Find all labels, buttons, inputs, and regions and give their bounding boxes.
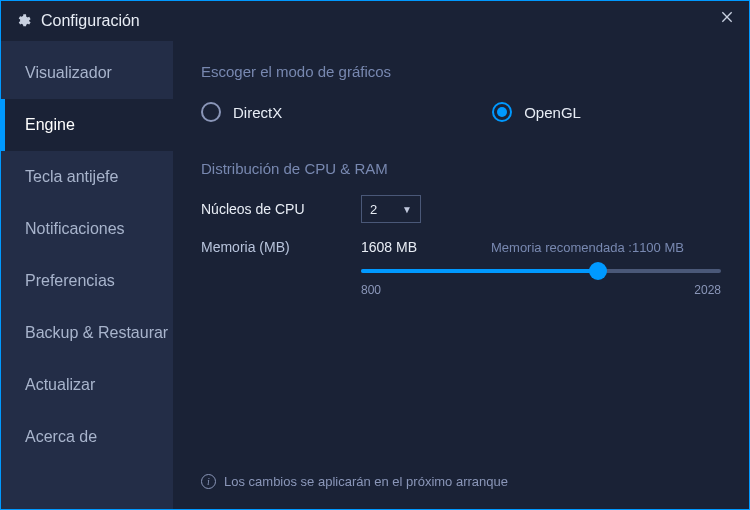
slider-max-label: 2028: [694, 283, 721, 297]
sidebar-item-label: Acerca de: [25, 428, 97, 446]
cpu-ram-heading: Distribución de CPU & RAM: [201, 160, 721, 177]
memory-label: Memoria (MB): [201, 239, 361, 255]
sidebar-item-tecla-antijefe[interactable]: Tecla antijefe: [1, 151, 173, 203]
gear-icon: [15, 13, 31, 29]
restart-note-text: Los cambios se aplicarán en el próximo a…: [224, 474, 508, 489]
radio-opengl[interactable]: OpenGL: [492, 102, 581, 122]
sidebar-item-label: Visualizador: [25, 64, 112, 82]
titlebar: Configuración: [1, 1, 749, 41]
sidebar-item-notificaciones[interactable]: Notificaciones: [1, 203, 173, 255]
sidebar-item-label: Notificaciones: [25, 220, 125, 238]
info-icon: i: [201, 474, 216, 489]
radio-circle-icon: [492, 102, 512, 122]
select-value: 2: [370, 202, 377, 217]
memory-value: 1608 MB: [361, 239, 491, 255]
caret-down-icon: ▼: [402, 204, 412, 215]
slider-min-label: 800: [361, 283, 381, 297]
main-panel: Escoger el modo de gráficos DirectX Open…: [173, 41, 749, 509]
slider-thumb[interactable]: [589, 262, 607, 280]
graphics-mode-options: DirectX OpenGL: [201, 102, 721, 122]
radio-directx[interactable]: DirectX: [201, 102, 282, 122]
sidebar-item-acerca-de[interactable]: Acerca de: [1, 411, 173, 463]
slider-fill: [361, 269, 598, 273]
memory-row: Memoria (MB) 1608 MB Memoria recomendada…: [201, 239, 721, 255]
cpu-cores-label: Núcleos de CPU: [201, 201, 361, 217]
radio-label: DirectX: [233, 104, 282, 121]
slider-track: [361, 269, 721, 273]
sidebar-item-label: Actualizar: [25, 376, 95, 394]
cpu-cores-select[interactable]: 2 ▼: [361, 195, 421, 223]
sidebar-item-engine[interactable]: Engine: [1, 99, 173, 151]
memory-recommended: Memoria recomendada :1100 MB: [491, 240, 684, 255]
slider-range-labels: 800 2028: [361, 283, 721, 297]
radio-circle-icon: [201, 102, 221, 122]
radio-label: OpenGL: [524, 104, 581, 121]
sidebar-item-visualizador[interactable]: Visualizador: [1, 47, 173, 99]
sidebar-item-label: Tecla antijefe: [25, 168, 118, 186]
sidebar-item-label: Preferencias: [25, 272, 115, 290]
sidebar-item-backup-restaurar[interactable]: Backup & Restaurar: [1, 307, 173, 359]
graphics-mode-heading: Escoger el modo de gráficos: [201, 63, 721, 80]
window-title: Configuración: [41, 12, 140, 30]
sidebar: Visualizador Engine Tecla antijefe Notif…: [1, 41, 173, 509]
close-button[interactable]: [715, 9, 739, 33]
memory-slider[interactable]: 800 2028: [361, 269, 721, 297]
restart-note: i Los cambios se aplicarán en el próximo…: [201, 474, 508, 489]
sidebar-item-actualizar[interactable]: Actualizar: [1, 359, 173, 411]
sidebar-item-label: Engine: [25, 116, 75, 134]
sidebar-item-label: Backup & Restaurar: [25, 324, 168, 342]
sidebar-item-preferencias[interactable]: Preferencias: [1, 255, 173, 307]
cpu-cores-row: Núcleos de CPU 2 ▼: [201, 195, 721, 223]
